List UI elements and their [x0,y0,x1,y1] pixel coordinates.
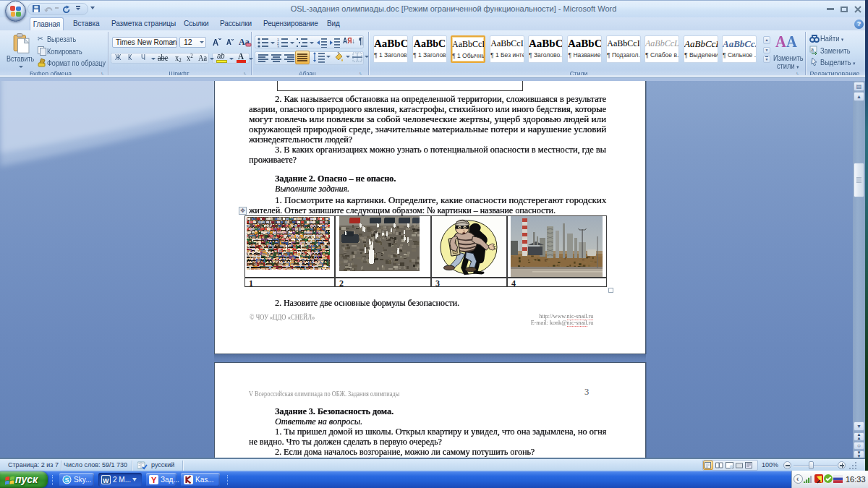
svg-text:Y: Y [151,476,157,484]
svg-text:S: S [65,476,69,484]
svg-text:a: a [811,47,814,52]
svg-text:3: 3 [277,45,279,48]
svg-text:W: W [103,477,109,484]
